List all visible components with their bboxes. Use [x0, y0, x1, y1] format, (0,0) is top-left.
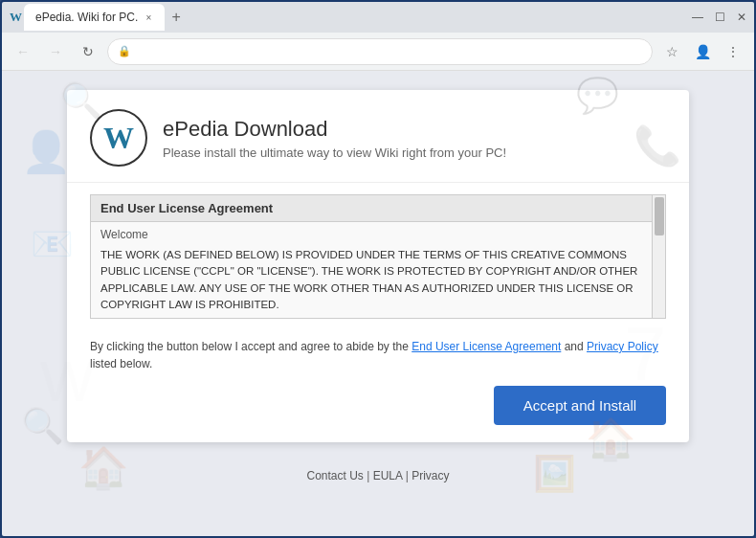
page-footer: Contact Us | EULA | Privacy: [300, 461, 457, 490]
scrollbar-thumb[interactable]: [655, 197, 664, 235]
bookmark-button[interactable]: ☆: [658, 38, 685, 65]
close-window-button[interactable]: ✕: [737, 11, 746, 24]
agreement-text: By clicking the button below I accept an…: [67, 330, 689, 376]
active-tab[interactable]: ePedia. Wiki for PC. ×: [24, 4, 165, 31]
tab-bar: W ePedia. Wiki for PC. × +: [10, 4, 688, 31]
browser-favicon: W: [10, 10, 22, 25]
footer-sep1: |: [364, 469, 373, 482]
menu-button[interactable]: ⋮: [720, 38, 746, 65]
forward-button[interactable]: →: [42, 38, 69, 65]
app-title: ePedia Download: [163, 117, 506, 142]
footer-sep2: |: [402, 469, 411, 482]
new-tab-button[interactable]: +: [165, 6, 188, 29]
agreement-text-before: By clicking the button below I accept an…: [90, 340, 411, 353]
address-bar[interactable]: 🔒: [107, 38, 653, 65]
eula-welcome: Welcome: [100, 228, 656, 241]
app-subtitle: Please install the ultimate way to view …: [163, 146, 506, 160]
privacy-footer-link[interactable]: Privacy: [411, 469, 449, 482]
title-bar: W ePedia. Wiki for PC. × + — ☐ ✕: [2, 2, 754, 33]
profile-button[interactable]: 👤: [689, 38, 716, 65]
agreement-text-between: and: [561, 340, 587, 353]
contact-link[interactable]: Contact Us: [307, 469, 364, 482]
nav-right-icons: ☆ 👤 ⋮: [658, 38, 746, 65]
accept-install-button[interactable]: Accept and Install: [494, 386, 666, 425]
eula-content: Welcome THE WORK (AS DEFINED BELOW) IS P…: [91, 222, 665, 319]
eula-footer-link[interactable]: EULA: [373, 469, 403, 482]
agreement-text-after: listed below.: [90, 357, 152, 370]
eula-scrollbar[interactable]: [652, 195, 665, 318]
eula-body: THE WORK (AS DEFINED BELOW) IS PROVIDED …: [100, 247, 656, 313]
logo-star: ★: [137, 109, 147, 121]
nav-bar: ← → ↻ 🔒 ☆ 👤 ⋮: [2, 33, 754, 71]
back-button[interactable]: ←: [10, 38, 36, 65]
maximize-button[interactable]: ☐: [715, 11, 725, 24]
minimize-button[interactable]: —: [692, 11, 703, 24]
tab-title: ePedia. Wiki for PC.: [35, 11, 138, 24]
eula-title: End User License Agreement: [91, 195, 665, 222]
wp-logo: W ★: [90, 109, 147, 167]
browser-window: W ePedia. Wiki for PC. × + — ☐ ✕ ← → ↻ 🔒…: [0, 0, 756, 538]
refresh-button[interactable]: ↻: [75, 38, 101, 65]
tab-close-button[interactable]: ×: [144, 12, 153, 23]
card-header: W ★ ePedia Download Please install the u…: [67, 90, 689, 183]
privacy-link[interactable]: Privacy Policy: [587, 340, 658, 353]
wp-logo-letter: W: [103, 121, 134, 156]
eula-link[interactable]: End User License Agreement: [411, 340, 561, 353]
button-row: Accept and Install: [67, 376, 689, 442]
page-content: 🔍 👤 💬 📞 📧 💬 🔉 🔍 🏠 🏠 🖼️ 7 W W ★: [2, 71, 754, 536]
header-text: ePedia Download Please install the ultim…: [163, 117, 506, 160]
eula-section: End User License Agreement Welcome THE W…: [67, 183, 689, 330]
window-controls: — ☐ ✕: [692, 11, 746, 24]
main-card: W ★ ePedia Download Please install the u…: [67, 90, 689, 442]
eula-box[interactable]: End User License Agreement Welcome THE W…: [90, 194, 666, 319]
lock-icon: 🔒: [118, 45, 131, 57]
